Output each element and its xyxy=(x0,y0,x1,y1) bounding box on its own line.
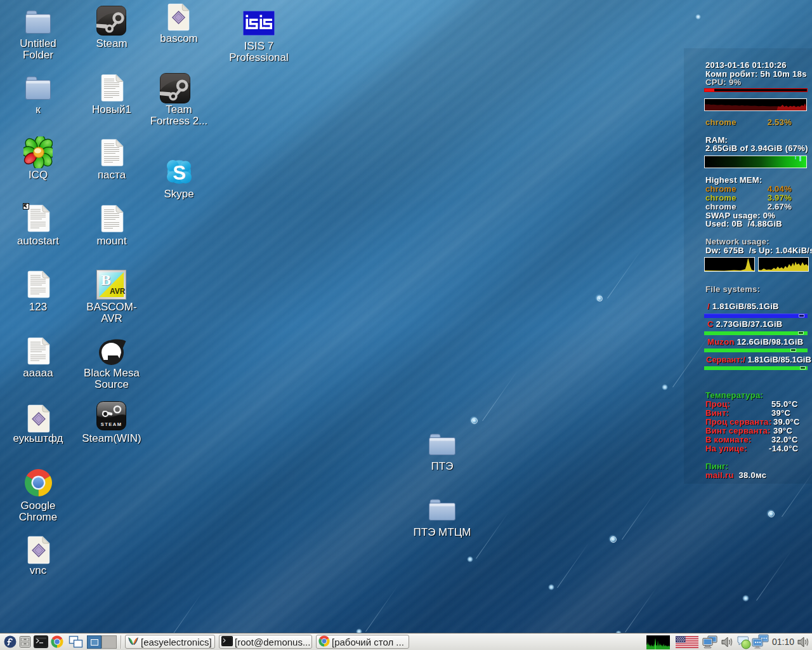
svg-text:S: S xyxy=(173,162,186,184)
svg-text:AVR: AVR xyxy=(110,287,126,296)
svg-text:STEAM: STEAM xyxy=(101,421,122,427)
svg-text:B: B xyxy=(102,272,111,288)
